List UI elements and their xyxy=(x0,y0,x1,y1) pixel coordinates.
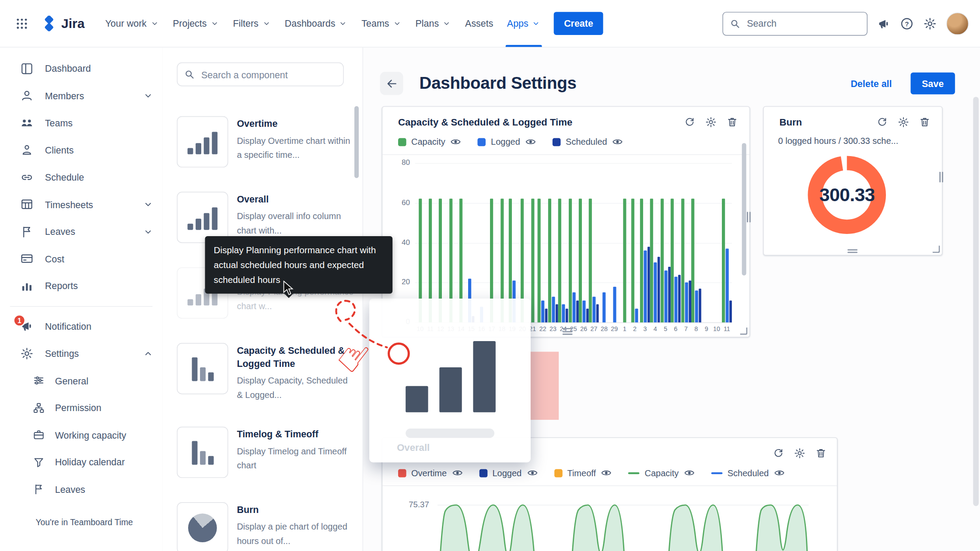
component-card-timelog-timeoff[interactable]: Timelog & TimeoffDisplay Timelog and Tim… xyxy=(162,427,362,478)
resize-handle-right[interactable] xyxy=(939,172,943,182)
sidebar-item-clients[interactable]: Clients xyxy=(0,136,162,164)
sidebar-item-holiday-calendar[interactable]: Holiday calendar xyxy=(0,449,162,476)
bar-capacity xyxy=(681,199,684,322)
widget-settings-icon[interactable] xyxy=(794,447,805,459)
app-switcher-icon[interactable] xyxy=(11,13,33,34)
eye-icon[interactable] xyxy=(450,136,462,147)
eye-icon[interactable] xyxy=(452,467,463,479)
widget-actions xyxy=(876,116,931,128)
global-search[interactable] xyxy=(722,11,867,35)
legend-item-scheduled: Scheduled xyxy=(711,467,785,479)
eye-icon[interactable] xyxy=(525,136,536,147)
component-search-input[interactable] xyxy=(200,68,337,80)
sidebar-item-dashboard[interactable]: Dashboard xyxy=(0,55,162,82)
sidebar-nav: DashboardMembersTeamsClientsScheduleTime… xyxy=(0,47,162,503)
legend-label: Scheduled xyxy=(566,137,607,147)
sidebar-item-working-capacity[interactable]: Working capacity xyxy=(0,422,162,449)
jira-logo[interactable]: Jira xyxy=(41,16,84,31)
resize-handle-bottom[interactable] xyxy=(847,249,858,253)
delete-widget-icon[interactable] xyxy=(815,447,827,459)
bar-logged xyxy=(552,296,555,322)
component-card-overtime[interactable]: OvertimeDisplay Overtime chart within a … xyxy=(162,116,362,167)
sidebar-item-members[interactable]: Members xyxy=(0,82,162,109)
chevron-down-icon[interactable] xyxy=(143,199,154,210)
legend-label: Capacity xyxy=(644,468,679,478)
nav-item-filters[interactable]: Filters xyxy=(226,0,278,47)
eye-icon[interactable] xyxy=(774,467,785,479)
resize-handle-right[interactable] xyxy=(747,212,751,222)
back-button[interactable] xyxy=(380,72,403,95)
donut-center-value: 300.33 xyxy=(819,184,875,206)
delete-widget-icon[interactable] xyxy=(726,116,738,128)
chevron-down-icon xyxy=(532,19,541,28)
sidebar-item-teams[interactable]: Teams xyxy=(0,109,162,136)
main-scrollbar[interactable] xyxy=(973,97,979,506)
nav-item-projects[interactable]: Projects xyxy=(166,0,226,47)
chevron-down-icon[interactable] xyxy=(143,226,154,237)
chevron-down-icon[interactable] xyxy=(143,90,154,101)
sidebar-item-label: Dashboard xyxy=(45,63,91,74)
settings-gear-icon[interactable] xyxy=(923,17,937,30)
bar-capacity xyxy=(691,199,694,322)
sidebar-item-leaves[interactable]: Leaves xyxy=(0,476,162,503)
x-axis-label: 22 xyxy=(538,325,548,332)
sidebar-item-timesheets[interactable]: Timesheets xyxy=(0,191,162,218)
component-tooltip: Display Planning performance chart with … xyxy=(205,236,393,293)
sidebar-item-settings[interactable]: Settings xyxy=(0,340,162,367)
legend-item-overtime: Overtime xyxy=(398,467,463,479)
widget-settings-icon[interactable] xyxy=(897,116,909,128)
sidebar-item-label: Working capacity xyxy=(55,429,126,440)
eye-icon[interactable] xyxy=(684,467,695,479)
nav-item-plans[interactable]: Plans xyxy=(409,0,458,47)
eye-icon[interactable] xyxy=(527,467,538,479)
sidebar-item-permission[interactable]: Permission xyxy=(0,394,162,421)
eye-icon[interactable] xyxy=(601,467,612,479)
delete-widget-icon[interactable] xyxy=(919,116,931,128)
widget-scrollbar[interactable] xyxy=(742,143,746,276)
sidebar-item-leaves[interactable]: Leaves xyxy=(0,218,162,245)
nav-item-apps[interactable]: Apps xyxy=(500,0,548,47)
bar-logged xyxy=(613,286,616,322)
resize-handle-bottom[interactable] xyxy=(563,328,573,335)
widget-actions xyxy=(684,116,738,128)
resize-handle-corner[interactable] xyxy=(932,245,940,253)
user-avatar[interactable] xyxy=(946,12,969,35)
chevron-down-icon xyxy=(150,19,159,28)
sidebar-item-schedule[interactable]: Schedule xyxy=(0,164,162,191)
resize-handle-corner[interactable] xyxy=(740,328,747,335)
nav-item-assets[interactable]: Assets xyxy=(458,0,500,47)
nav-item-teams[interactable]: Teams xyxy=(355,0,409,47)
sidebar-item-label: Notification xyxy=(45,321,91,331)
component-panel-scrollbar[interactable] xyxy=(354,106,359,178)
widget-settings-icon[interactable] xyxy=(705,116,717,128)
sidebar-item-general[interactable]: General xyxy=(0,367,162,394)
announcements-icon[interactable] xyxy=(877,17,890,30)
component-search[interactable] xyxy=(177,63,343,86)
bar-capacity xyxy=(631,199,634,322)
sidebar-item-notification[interactable]: 1Notification xyxy=(0,313,162,340)
chevron-down-icon xyxy=(442,19,451,28)
sidebar-item-cost[interactable]: Cost xyxy=(0,245,162,272)
grid-dots-icon xyxy=(15,17,28,30)
save-button[interactable]: Save xyxy=(910,73,955,94)
refresh-icon[interactable] xyxy=(876,116,888,128)
component-card-capacity-scheduled-logged-time[interactable]: Capacity & Scheduled & Logged TimeDispla… xyxy=(162,343,362,402)
nav-item-dashboards[interactable]: Dashboards xyxy=(278,0,355,47)
sidebar-footer-text: You're in Teamboard Time xyxy=(35,518,133,527)
refresh-icon[interactable] xyxy=(773,447,784,459)
bar-group xyxy=(640,163,650,322)
component-card-overall[interactable]: OverallDisplay overall info column chart… xyxy=(162,192,362,243)
sidebar-item-reports[interactable]: Reports xyxy=(0,272,162,300)
component-thumbnail xyxy=(177,427,228,478)
refresh-icon[interactable] xyxy=(684,116,696,128)
chevron-up-icon[interactable] xyxy=(143,348,154,359)
eye-icon[interactable] xyxy=(612,136,623,147)
component-card-burn[interactable]: BurnDisplay a pie chart of logged hours … xyxy=(162,502,362,551)
dragged-component-preview[interactable]: Overall xyxy=(369,299,531,462)
nav-item-your-work[interactable]: Your work xyxy=(98,0,166,47)
delete-all-button[interactable]: Delete all xyxy=(850,78,892,89)
global-search-input[interactable] xyxy=(746,17,861,29)
help-icon[interactable]: ? xyxy=(900,17,914,30)
create-button[interactable]: Create xyxy=(554,12,603,35)
widget-title: Capacity & Scheduled & Logged Time xyxy=(398,116,572,128)
